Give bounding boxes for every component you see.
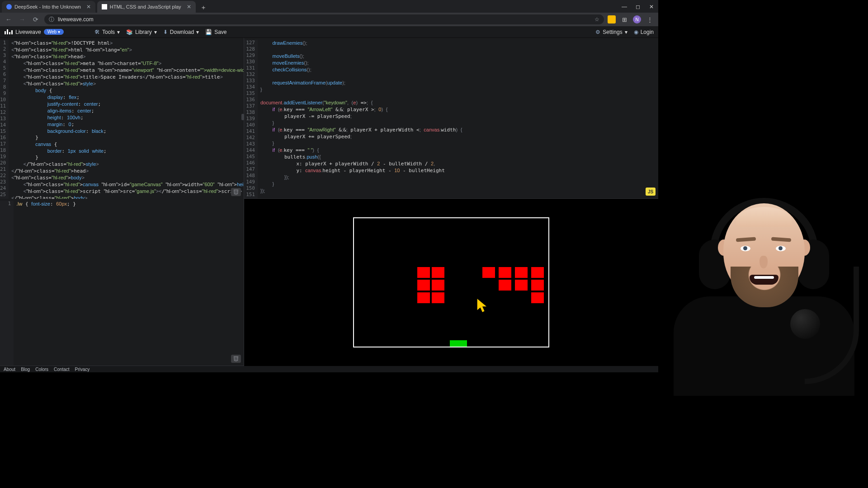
enemy-block [482,267,495,278]
tab-liveweave[interactable]: HTML, CSS and JavaScript play ✕ [97,1,196,13]
profile-avatar[interactable]: N [633,15,641,23]
enemy-block [432,280,444,291]
line-gutter: 1 [0,201,14,366]
enemy-block [531,292,544,303]
footer-link[interactable]: Colors [35,367,48,372]
enemy-block [417,280,430,291]
html-editor-pane[interactable]: 1 2 3 4 5 6 7 8 9 10 11 12 13 14 15 16 1… [0,38,244,199]
url-text: liveweave.com [58,16,94,23]
user-icon: ◉ [634,29,638,35]
footer-link[interactable]: About [4,367,15,372]
css-badge [231,355,241,363]
tab-title: HTML, CSS and JavaScript play [110,4,181,9]
letterbox-bottom [0,372,658,488]
brand-label: Liveweave [15,29,41,35]
brand-logo[interactable]: Liveweave Web ▾ [5,29,64,35]
menu-button[interactable]: ⋮ [645,14,655,24]
enemy-block [417,292,430,303]
gear-icon: ⚙ [595,29,600,35]
library-icon: 📚 [126,29,133,35]
settings-menu[interactable]: ⚙Settings ▾ [595,29,627,35]
extensions-button[interactable]: ⊞ [619,14,629,24]
webcam-overlay [669,190,850,389]
tab-favicon [102,4,107,9]
js-badge: JS [646,188,656,196]
enemy-block [531,280,544,291]
library-menu[interactable]: 📚Library ▾ [126,29,157,35]
save-button[interactable]: 💾Save [205,29,226,35]
bookmark-icon[interactable]: ☆ [594,16,599,23]
url-input[interactable]: ⓘ liveweave.com ☆ [44,14,604,24]
tab-title: DeepSeek - Into the Unknown [14,4,81,9]
enemy-block [432,292,444,303]
mouse-cursor-icon [476,298,489,313]
footer-link[interactable]: Blog [21,367,30,372]
close-window-button[interactable]: ✕ [645,1,658,13]
footer-links: AboutBlogColorsContactPrivacy [0,366,658,372]
enemy-block [432,267,444,278]
back-button[interactable]: ← [4,14,14,24]
reload-button[interactable]: ⟳ [31,14,41,24]
enemy-block [515,267,528,278]
chevron-down-icon: ▾ [58,29,60,34]
line-gutter: 127 128 129 130 131 132 133 134 135 136 … [244,40,258,198]
js-editor-pane[interactable]: 127 128 129 130 131 132 133 134 135 136 … [244,38,658,199]
css-code[interactable]: .lw { font-size: 60px; } [14,201,76,366]
close-icon[interactable]: ✕ [86,4,91,10]
chevron-down-icon: ▾ [625,29,627,35]
workspace: 1 2 3 4 5 6 7 8 9 10 11 12 13 14 15 16 1… [0,38,658,366]
wrench-icon: 🛠 [94,29,100,35]
download-icon: ⬇ [163,29,168,35]
html5-badge [231,188,241,196]
enemy-block [417,267,430,278]
close-icon[interactable]: ✕ [187,4,191,10]
login-button[interactable]: ◉Login [634,29,654,35]
line-gutter: 1 2 3 4 5 6 7 8 9 10 11 12 13 14 15 16 1… [0,40,9,199]
pane-resize-handle[interactable] [241,114,244,120]
html-code[interactable]: <"hl-orn">class="hl-red">!DOCTYPE html> … [9,40,244,199]
new-tab-button[interactable]: ＋ [198,3,208,13]
chevron-down-icon: ▾ [196,29,199,35]
chevron-down-icon: ▾ [154,29,157,35]
address-bar: ← → ⟳ ⓘ liveweave.com ☆ ⊞ N ⋮ [0,13,658,26]
preview-pane[interactable] [244,199,658,366]
forward-button[interactable]: → [17,14,27,24]
game-canvas[interactable] [353,217,549,347]
enemy-block [531,267,544,278]
download-menu[interactable]: ⬇Download ▾ [163,29,199,35]
save-icon: 💾 [205,29,212,35]
js-code[interactable]: drawEnemies(); moveBullets(); moveEnemie… [258,40,462,198]
site-info-icon[interactable]: ⓘ [49,16,54,23]
footer-link[interactable]: Contact [54,367,69,372]
footer-link[interactable]: Privacy [75,367,90,372]
enemy-block [515,280,528,291]
css-editor-pane[interactable]: 1 .lw { font-size: 60px; } [0,199,244,366]
browser-window: DeepSeek - Into the Unknown ✕ HTML, CSS … [0,0,658,372]
logo-icon [5,29,13,34]
tab-favicon [6,4,12,9]
minimize-button[interactable]: — [618,1,631,13]
titlebar: DeepSeek - Into the Unknown ✕ HTML, CSS … [0,0,658,13]
tab-deepseek[interactable]: DeepSeek - Into the Unknown ✕ [2,1,95,13]
extension-icon[interactable] [608,15,616,23]
tools-menu[interactable]: 🛠Tools ▾ [94,29,120,35]
app-toolbar: Liveweave Web ▾ 🛠Tools ▾ 📚Library ▾ ⬇Dow… [0,26,658,38]
enemy-block [499,280,511,291]
chevron-down-icon: ▾ [117,29,120,35]
enemy-block [499,267,511,278]
mode-pill[interactable]: Web ▾ [44,29,64,35]
maximize-button[interactable]: ◻ [631,1,645,13]
player-ship [450,340,467,347]
